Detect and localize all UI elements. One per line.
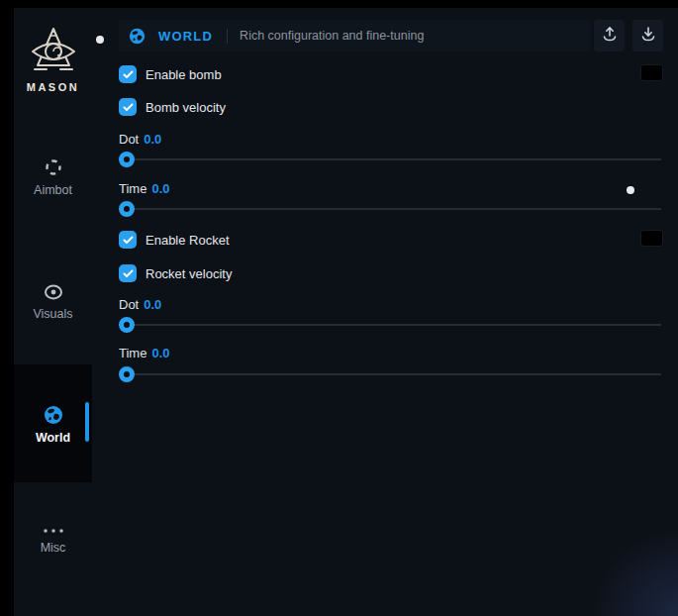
sidebar-item-label: Misc — [14, 541, 92, 555]
eye-icon — [14, 283, 92, 301]
check-icon — [123, 65, 134, 83]
checkbox-label: Enable bomb — [145, 67, 222, 82]
white-dot-indicator — [96, 36, 104, 44]
upload-icon — [602, 26, 618, 47]
crosshair-icon — [14, 157, 92, 177]
globe-icon — [14, 405, 92, 425]
slider-value: 0.0 — [151, 181, 169, 196]
bomb-velocity-checkbox[interactable] — [119, 98, 137, 116]
page-header: WORLD Rich configuration and fine-tuning — [119, 20, 591, 51]
dot-slider[interactable] — [119, 324, 661, 326]
download-icon — [640, 26, 656, 47]
slider-value: 0.0 — [144, 132, 161, 147]
checkbox-row-bomb-velocity: Bomb velocity — [119, 98, 226, 116]
logo-text: MASON — [14, 81, 92, 93]
check-icon — [123, 98, 134, 116]
time-slider[interactable] — [119, 208, 661, 210]
slider-label-time: Time0.0 — [119, 181, 169, 196]
check-icon — [123, 264, 134, 282]
upload-button[interactable] — [594, 20, 625, 51]
sidebar-item-label: Visuals — [14, 307, 92, 321]
sidebar-item-label: Aimbot — [14, 183, 92, 197]
rocket-velocity-checkbox[interactable] — [119, 264, 137, 282]
slider-label-time: Time0.0 — [119, 346, 169, 360]
slider-value: 0.0 — [144, 297, 161, 312]
checkbox-row-enable-rocket: Enable Rocket — [119, 231, 230, 249]
page-subtitle: Rich configuration and fine-tuning — [240, 29, 424, 43]
enable-rocket-checkbox[interactable] — [119, 231, 137, 249]
slider-label-dot: Dot0.0 — [119, 132, 161, 147]
page-title: WORLD — [158, 29, 213, 44]
logo: MASON — [14, 26, 92, 93]
dot-slider[interactable] — [119, 158, 661, 160]
download-button[interactable] — [632, 20, 663, 51]
slider-thumb[interactable] — [119, 317, 135, 333]
sidebar-item-misc[interactable]: Misc — [14, 527, 92, 555]
bomb-color-swatch[interactable] — [640, 64, 663, 81]
sidebar-item-aimbot[interactable]: Aimbot — [14, 157, 92, 197]
check-icon — [123, 231, 134, 249]
enable-bomb-checkbox[interactable] — [119, 65, 137, 83]
app-window: MASON Aimbot Visuals — [14, 8, 678, 616]
checkbox-row-rocket-velocity: Rocket velocity — [119, 264, 232, 282]
slider-thumb[interactable] — [119, 201, 135, 217]
sidebar-item-world[interactable]: World — [14, 405, 92, 445]
white-dot-cursor — [627, 186, 634, 194]
checkbox-row-enable-bomb: Enable bomb — [119, 65, 222, 83]
header-divider — [227, 29, 228, 44]
slider-label-dot: Dot0.0 — [119, 297, 161, 312]
sidebar-item-visuals[interactable]: Visuals — [14, 283, 92, 321]
slider-value: 0.0 — [151, 346, 169, 360]
time-slider[interactable] — [119, 373, 661, 375]
checkbox-label: Bomb velocity — [145, 100, 226, 115]
mason-eye-logo-icon — [14, 26, 92, 77]
checkbox-label: Rocket velocity — [145, 266, 232, 281]
checkbox-label: Enable Rocket — [145, 233, 230, 248]
slider-thumb[interactable] — [119, 152, 135, 167]
ellipsis-icon — [14, 527, 92, 535]
rocket-color-swatch[interactable] — [640, 230, 663, 247]
sidebar: MASON Aimbot Visuals — [14, 8, 106, 616]
globe-icon — [129, 28, 145, 45]
slider-thumb[interactable] — [119, 366, 135, 382]
sidebar-item-label: World — [14, 431, 92, 445]
